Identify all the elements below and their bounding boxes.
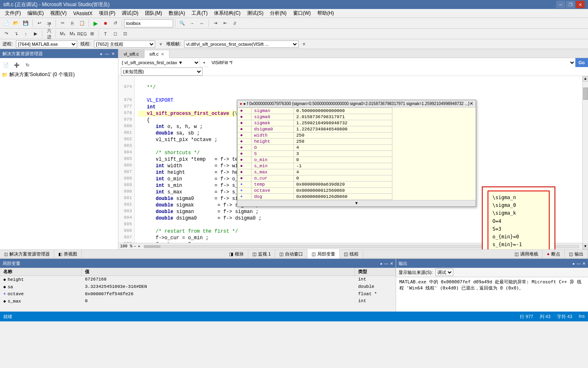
find-next-btn[interactable]: → xyxy=(187,19,196,28)
outdent-btn[interactable]: ⇤ xyxy=(220,19,229,28)
process-select[interactable]: [7644] MATLAB.exe xyxy=(16,40,77,48)
stop-btn[interactable]: ■ xyxy=(101,19,110,28)
locals-row-octave[interactable]: + octave 0x000007fef548fe26 float * xyxy=(0,291,396,298)
zoom-decrease-btn[interactable]: − xyxy=(134,244,136,249)
menu-arch[interactable]: 体系结构(C) xyxy=(211,9,244,18)
debug-step-into[interactable]: ↴ xyxy=(11,29,20,38)
hex-view-btn[interactable]: 十六进制 xyxy=(45,29,53,38)
menu-data[interactable]: 数据(A) xyxy=(165,9,188,18)
unknown-scope-bar: (未知范围) xyxy=(118,67,588,76)
debug-popup-close[interactable]: ✕ xyxy=(470,101,473,106)
debug-scroll-arrow[interactable]: ▼ xyxy=(237,200,476,206)
search-input[interactable] xyxy=(124,19,173,27)
locals-row-height[interactable]: ◆ height 67267168 int xyxy=(0,276,396,283)
menu-view[interactable]: 视图(V) xyxy=(47,9,70,18)
reg-btn[interactable]: REG xyxy=(78,29,87,38)
scroll-up-btn[interactable]: ▲ xyxy=(583,76,588,82)
save-btn[interactable]: 💾 xyxy=(21,19,30,28)
copy-btn[interactable]: ⎘ xyxy=(68,19,77,28)
close-button[interactable]: ✕ xyxy=(576,1,585,8)
btab-threads[interactable]: ◫ 线程 xyxy=(340,249,363,258)
locals-row-smax[interactable]: ◆ s_max 0 int xyxy=(0,298,396,305)
menu-debug[interactable]: 调试(D) xyxy=(118,9,142,18)
open-file-btn[interactable]: 📂 xyxy=(11,19,20,28)
menu-tools[interactable]: 工具(T) xyxy=(188,9,211,18)
thread-select[interactable]: [7652] 主线程 xyxy=(94,40,155,48)
sol-refresh-btn[interactable]: ↻ xyxy=(23,61,32,70)
btab-class-view[interactable]: ◧ 类视图 xyxy=(54,249,82,258)
menu-team[interactable]: 团队(M) xyxy=(142,9,165,18)
output-close-btn[interactable]: ✕ xyxy=(582,261,586,266)
stack-select[interactable]: vl.dll!vl_sift_process_first_octave(VlSi… xyxy=(184,40,298,48)
menu-file[interactable]: 文件(F) xyxy=(2,9,24,18)
menu-help[interactable]: 帮助(H) xyxy=(314,9,337,18)
replace-btn[interactable]: ↔ xyxy=(197,19,206,28)
zoom-increase-btn[interactable]: + xyxy=(138,244,140,249)
btab-output[interactable]: ◫ 输出 xyxy=(565,249,588,258)
output-text[interactable]: MATLAB.exe 中的 0x000007fef d09a49d 处最可能的异… xyxy=(396,277,588,312)
tab-sift[interactable]: sift.c ✕ xyxy=(144,50,170,58)
output-source-select[interactable]: 调试 xyxy=(435,269,453,276)
undo-btn[interactable]: ↩ xyxy=(35,19,44,28)
go-button[interactable]: Go xyxy=(575,58,588,67)
h-scrollbar-thumb[interactable] xyxy=(144,245,160,248)
code-scrollbar[interactable]: ▲ ▼ xyxy=(582,76,588,249)
scroll-down-btn[interactable]: ▼ xyxy=(583,244,588,249)
menu-test[interactable]: 测试(S) xyxy=(244,9,267,18)
debug-row-icon[interactable]: + xyxy=(238,194,252,200)
disasm-btn[interactable]: ⊞ xyxy=(87,29,96,38)
processes-btn[interactable]: ⊡ xyxy=(120,29,129,38)
btab-callstack[interactable]: ◫ 调用堆栈 xyxy=(510,249,543,258)
unknown-scope-select[interactable]: (未知范围) xyxy=(121,67,203,76)
menu-window[interactable]: 窗口(W) xyxy=(290,9,314,18)
find-btn[interactable]: 🔍 xyxy=(178,19,187,28)
menu-edit[interactable]: 编辑(E) xyxy=(24,9,47,18)
locals-type-sa: double xyxy=(355,283,396,290)
scroll-thumb[interactable] xyxy=(583,88,588,100)
new-file-btn[interactable]: 📄 xyxy=(2,19,11,28)
mem1-btn[interactable]: M₁ xyxy=(58,29,67,38)
scope-select-left[interactable]: { vl_sift_process_first_octav ▼ xyxy=(118,58,200,67)
sol-new-btn[interactable]: 📄 xyxy=(2,61,11,70)
restart-btn[interactable]: ↺ xyxy=(111,19,120,28)
solution-close-btn[interactable]: ✕ xyxy=(111,52,116,56)
btab-breakpoints[interactable]: ● 断点 xyxy=(543,249,565,258)
restore-button[interactable]: ❐ xyxy=(566,1,575,8)
start-debug-btn[interactable]: ▶ xyxy=(91,19,100,28)
cut-btn[interactable]: ✂ xyxy=(58,19,67,28)
comment-btn[interactable]: // xyxy=(230,19,239,28)
tab-sift-close[interactable]: ✕ xyxy=(161,52,164,56)
paste-btn[interactable]: 📋 xyxy=(78,19,87,28)
sol-add-btn[interactable]: ➕ xyxy=(12,61,21,70)
indent-btn[interactable]: ⇥ xyxy=(211,19,220,28)
btab-solution-explorer[interactable]: ◫ 解决方案资源管理器 xyxy=(0,249,54,258)
debug-step-out[interactable]: ↑ xyxy=(21,29,30,38)
btab-modules[interactable]: ◨ 模块 xyxy=(225,249,248,258)
locals-row-sa[interactable]: ◆ sa 3.323425451093e-316#DEN double xyxy=(0,283,396,291)
debug-row-icon[interactable]: + xyxy=(238,182,252,188)
debug-step-over[interactable]: ↷ xyxy=(2,29,11,38)
locals-close-btn[interactable]: ✕ xyxy=(390,261,393,266)
output-hide-btn[interactable]: — xyxy=(577,261,581,266)
menu-vassistx[interactable]: VAssistX xyxy=(70,10,96,17)
solution-pin-btn[interactable]: ▸ xyxy=(100,52,103,56)
debug-row-icon[interactable]: + xyxy=(238,188,252,194)
locals-expand-octave[interactable]: + xyxy=(3,292,6,296)
solution-root-item[interactable]: 📁 解决方案'Solution1' (0 个项目) xyxy=(2,70,116,79)
solution-hide-btn[interactable]: — xyxy=(104,52,110,56)
menu-project[interactable]: 项目(P) xyxy=(96,9,118,18)
scope-select-right[interactable]: VlSiftFilt *f xyxy=(208,58,575,67)
output-pin-btn[interactable]: ▸ xyxy=(573,261,575,266)
mem2-btn[interactable]: M₂ xyxy=(68,29,77,38)
tab-vl-sift[interactable]: vl_sift.c xyxy=(118,49,144,58)
menu-analyze[interactable]: 分析(N) xyxy=(267,9,290,18)
locals-pin-btn[interactable]: ▸ xyxy=(381,261,383,266)
debug-continue[interactable]: ▶ xyxy=(31,29,40,38)
btab-watch1[interactable]: ◫ 监视 1 xyxy=(248,249,275,258)
locals-hide-btn[interactable]: — xyxy=(384,261,388,266)
minimize-button[interactable]: ─ xyxy=(556,1,565,8)
btab-auto-window[interactable]: ◫ 自动窗口 xyxy=(275,249,307,258)
threads-btn[interactable]: Τ xyxy=(101,29,110,38)
btab-locals[interactable]: ◫ 局部变量 xyxy=(307,249,340,258)
modules-btn[interactable]: ◻ xyxy=(111,29,120,38)
